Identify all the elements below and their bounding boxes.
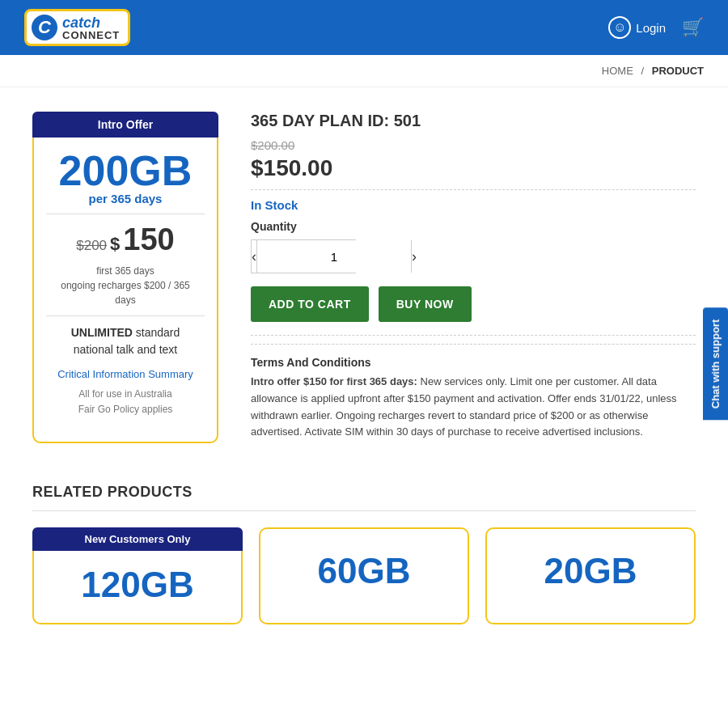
breadcrumb-separator: / [641,65,644,77]
login-button[interactable]: ☺ Login [608,16,666,39]
new-customers-badge: New Customers Only [32,527,243,551]
unlimited-strong: UNLIMITED [71,326,133,339]
related-grid: New Customers Only 120GB 60GB 20GB [32,527,696,624]
related-data-1: 120GB [34,551,241,611]
divider-1 [46,214,205,214]
related-products-section: RELATED PRODUCTS New Customers Only 120G… [0,468,728,649]
critical-info-link[interactable]: Critical Information Summary [46,368,205,380]
dollar-sign: $ [110,234,120,255]
related-data-3: 20GB [487,529,694,597]
price-note-3: days [115,294,135,306]
quantity-input[interactable] [256,240,412,273]
add-to-cart-button[interactable]: ADD TO CART [251,286,369,322]
small-note: All for use in Australia Fair Go Policy … [46,387,205,417]
main-content: Intro Offer 200GB per 365 days $200 $ 15… [0,87,728,468]
user-icon: ☺ [608,16,631,39]
detail-divider-2 [251,335,696,336]
quantity-control: ‹ › [251,239,356,273]
stock-status: In Stock [251,198,696,212]
related-card-3: 20GB [485,527,696,624]
price-note-2: ongoing recharges $200 / 365 [61,280,189,291]
price-row: $200 $ 150 [46,222,205,257]
chat-support-button[interactable]: Chat with support [703,308,728,421]
original-price: $200.00 [251,138,696,152]
old-price: $200 [76,238,107,254]
terms-intro: Intro offer $150 for first 365 days: [251,375,417,387]
logo-text: catch CONNECT [62,15,120,40]
sale-price: $150.00 [251,155,696,181]
intro-offer-badge: Intro Offer [32,112,218,138]
card-body: 200GB per 365 days $200 $ 150 first 365 … [34,138,217,425]
price-note-1: first 365 days [96,265,154,277]
logo-badge: C catch CONNECT [24,9,130,46]
terms-section: Terms And Conditions Intro offer $150 fo… [251,344,696,441]
divider-2 [46,315,205,316]
related-data-2: 60GB [260,529,468,597]
quantity-label: Quantity [251,220,696,233]
header: C catch CONNECT ☺ Login 🛒 [0,0,728,55]
action-buttons: ADD TO CART BUY NOW [251,286,696,322]
product-detail: 365 DAY PLAN ID: 501 $200.00 $150.00 In … [251,112,696,441]
data-amount: 200GB [46,150,205,192]
note-line-2: Fair Go Policy applies [78,404,173,415]
related-title: RELATED PRODUCTS [32,484,696,501]
product-card: Intro Offer 200GB per 365 days $200 $ 15… [32,112,218,443]
related-card-1: New Customers Only 120GB [32,527,243,624]
breadcrumb: HOME / PRODUCT [0,55,728,87]
breadcrumb-current: PRODUCT [652,65,704,77]
detail-divider-1 [251,189,696,190]
note-line-1: All for use in Australia [78,388,171,400]
quantity-increase-button[interactable]: › [412,240,417,273]
logo-catch: catch [62,15,120,30]
logo-connect: CONNECT [62,30,120,40]
logo-container: C catch CONNECT [24,9,130,46]
related-card-2: 60GB [259,527,469,624]
header-right: ☺ Login 🛒 [608,16,704,39]
unlimited-text: UNLIMITED standardnational talk and text [46,324,205,358]
product-title: 365 DAY PLAN ID: 501 [251,112,696,130]
terms-title: Terms And Conditions [251,356,696,369]
breadcrumb-home[interactable]: HOME [602,65,633,77]
terms-text: Intro offer $150 for first 365 days: New… [251,374,696,441]
price-note: first 365 days ongoing recharges $200 / … [46,264,205,307]
new-price-big: 150 [123,222,174,257]
related-divider [32,510,696,511]
login-label: Login [636,21,666,35]
cart-icon[interactable]: 🛒 [682,17,704,38]
buy-now-button[interactable]: BUY NOW [379,286,472,322]
logo-c-icon: C [32,15,57,40]
